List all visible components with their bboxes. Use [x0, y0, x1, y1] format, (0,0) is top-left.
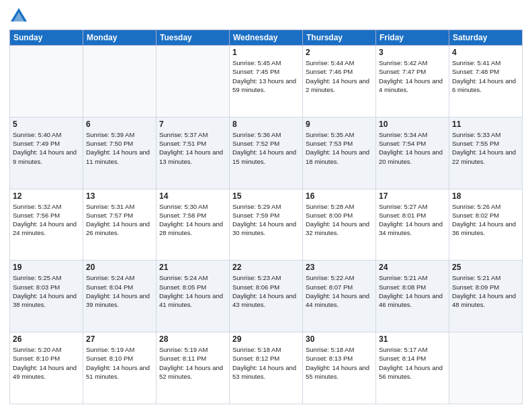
day-number: 16 [306, 191, 373, 201]
calendar-cell [10, 46, 83, 118]
day-number: 13 [86, 191, 153, 201]
day-info: Sunrise: 5:28 AM Sunset: 8:00 PM Dayligh… [306, 202, 373, 238]
day-number: 4 [452, 48, 519, 57]
day-number: 20 [86, 263, 153, 272]
day-number: 6 [86, 120, 153, 129]
day-info: Sunrise: 5:45 AM Sunset: 7:45 PM Dayligh… [232, 58, 300, 94]
day-number: 26 [13, 334, 80, 344]
calendar-cell: 14Sunrise: 5:30 AM Sunset: 7:58 PM Dayli… [157, 189, 230, 261]
day-number: 3 [379, 48, 446, 57]
calendar-cell: 3Sunrise: 5:42 AM Sunset: 7:47 PM Daylig… [376, 46, 449, 118]
day-number: 31 [379, 334, 446, 344]
calendar-cell: 20Sunrise: 5:24 AM Sunset: 8:04 PM Dayli… [83, 261, 157, 332]
day-number: 30 [306, 334, 373, 344]
logo-icon [9, 7, 28, 26]
calendar-header-friday: Friday [376, 30, 449, 46]
calendar-cell: 15Sunrise: 5:29 AM Sunset: 7:59 PM Dayli… [230, 189, 303, 261]
day-info: Sunrise: 5:40 AM Sunset: 7:49 PM Dayligh… [13, 130, 80, 166]
calendar-week-row: 12Sunrise: 5:32 AM Sunset: 7:56 PM Dayli… [10, 189, 523, 261]
calendar-cell: 26Sunrise: 5:20 AM Sunset: 8:10 PM Dayli… [10, 332, 83, 404]
day-info: Sunrise: 5:23 AM Sunset: 8:06 PM Dayligh… [232, 273, 300, 309]
day-info: Sunrise: 5:17 AM Sunset: 8:14 PM Dayligh… [379, 345, 446, 381]
day-info: Sunrise: 5:36 AM Sunset: 7:52 PM Dayligh… [232, 130, 300, 166]
day-number: 1 [232, 48, 300, 57]
calendar-week-row: 26Sunrise: 5:20 AM Sunset: 8:10 PM Dayli… [10, 332, 523, 404]
day-info: Sunrise: 5:42 AM Sunset: 7:47 PM Dayligh… [379, 58, 446, 94]
day-number: 5 [13, 120, 80, 129]
calendar-cell: 6Sunrise: 5:39 AM Sunset: 7:50 PM Daylig… [83, 117, 157, 189]
day-info: Sunrise: 5:39 AM Sunset: 7:50 PM Dayligh… [86, 130, 153, 166]
calendar-header-thursday: Thursday [303, 30, 376, 46]
calendar-cell: 4Sunrise: 5:41 AM Sunset: 7:48 PM Daylig… [449, 46, 523, 118]
calendar-week-row: 19Sunrise: 5:25 AM Sunset: 8:03 PM Dayli… [10, 261, 523, 332]
calendar-header-wednesday: Wednesday [230, 30, 303, 46]
day-info: Sunrise: 5:19 AM Sunset: 8:11 PM Dayligh… [159, 345, 226, 381]
calendar-cell: 29Sunrise: 5:18 AM Sunset: 8:12 PM Dayli… [230, 332, 303, 404]
day-number: 9 [306, 120, 373, 129]
day-number: 19 [13, 263, 80, 272]
day-number: 8 [232, 120, 300, 129]
day-info: Sunrise: 5:21 AM Sunset: 8:08 PM Dayligh… [379, 273, 446, 309]
calendar-cell: 18Sunrise: 5:26 AM Sunset: 8:02 PM Dayli… [449, 189, 523, 261]
day-info: Sunrise: 5:25 AM Sunset: 8:03 PM Dayligh… [13, 273, 80, 309]
calendar-table: SundayMondayTuesdayWednesdayThursdayFrid… [9, 30, 523, 404]
calendar-cell: 25Sunrise: 5:21 AM Sunset: 8:09 PM Dayli… [449, 261, 523, 332]
calendar-week-row: 1Sunrise: 5:45 AM Sunset: 7:45 PM Daylig… [10, 46, 523, 118]
day-info: Sunrise: 5:18 AM Sunset: 8:13 PM Dayligh… [306, 345, 373, 381]
logo [9, 7, 31, 26]
page: SundayMondayTuesdayWednesdayThursdayFrid… [0, 0, 532, 411]
calendar-cell: 12Sunrise: 5:32 AM Sunset: 7:56 PM Dayli… [10, 189, 83, 261]
calendar-cell: 2Sunrise: 5:44 AM Sunset: 7:46 PM Daylig… [303, 46, 376, 118]
calendar-cell: 30Sunrise: 5:18 AM Sunset: 8:13 PM Dayli… [303, 332, 376, 404]
day-info: Sunrise: 5:41 AM Sunset: 7:48 PM Dayligh… [452, 58, 519, 94]
day-info: Sunrise: 5:44 AM Sunset: 7:46 PM Dayligh… [306, 58, 373, 94]
day-number: 11 [452, 120, 519, 129]
day-number: 7 [159, 120, 226, 129]
calendar-cell: 22Sunrise: 5:23 AM Sunset: 8:06 PM Dayli… [230, 261, 303, 332]
calendar-cell: 24Sunrise: 5:21 AM Sunset: 8:08 PM Dayli… [376, 261, 449, 332]
calendar-cell: 27Sunrise: 5:19 AM Sunset: 8:10 PM Dayli… [83, 332, 157, 404]
day-info: Sunrise: 5:37 AM Sunset: 7:51 PM Dayligh… [159, 130, 226, 166]
day-info: Sunrise: 5:21 AM Sunset: 8:09 PM Dayligh… [452, 273, 519, 309]
calendar-cell: 7Sunrise: 5:37 AM Sunset: 7:51 PM Daylig… [157, 117, 230, 189]
day-info: Sunrise: 5:26 AM Sunset: 8:02 PM Dayligh… [452, 202, 519, 238]
day-info: Sunrise: 5:29 AM Sunset: 7:59 PM Dayligh… [232, 202, 300, 238]
calendar-cell: 5Sunrise: 5:40 AM Sunset: 7:49 PM Daylig… [10, 117, 83, 189]
calendar-cell: 28Sunrise: 5:19 AM Sunset: 8:11 PM Dayli… [157, 332, 230, 404]
day-number: 24 [379, 263, 446, 272]
day-info: Sunrise: 5:31 AM Sunset: 7:57 PM Dayligh… [86, 202, 153, 238]
calendar-cell [449, 332, 523, 404]
calendar-cell: 10Sunrise: 5:34 AM Sunset: 7:54 PM Dayli… [376, 117, 449, 189]
day-info: Sunrise: 5:30 AM Sunset: 7:58 PM Dayligh… [159, 202, 226, 238]
calendar-header-row: SundayMondayTuesdayWednesdayThursdayFrid… [10, 30, 523, 46]
day-info: Sunrise: 5:19 AM Sunset: 8:10 PM Dayligh… [86, 345, 153, 381]
day-number: 15 [232, 191, 300, 201]
day-info: Sunrise: 5:18 AM Sunset: 8:12 PM Dayligh… [232, 345, 300, 381]
day-number: 18 [452, 191, 519, 201]
day-number: 22 [232, 263, 300, 272]
calendar-cell: 11Sunrise: 5:33 AM Sunset: 7:55 PM Dayli… [449, 117, 523, 189]
day-number: 14 [159, 191, 226, 201]
day-info: Sunrise: 5:32 AM Sunset: 7:56 PM Dayligh… [13, 202, 80, 238]
day-info: Sunrise: 5:27 AM Sunset: 8:01 PM Dayligh… [379, 202, 446, 238]
day-number: 12 [13, 191, 80, 201]
day-number: 2 [306, 48, 373, 57]
day-info: Sunrise: 5:24 AM Sunset: 8:05 PM Dayligh… [159, 273, 226, 309]
day-number: 25 [452, 263, 519, 272]
calendar-cell: 16Sunrise: 5:28 AM Sunset: 8:00 PM Dayli… [303, 189, 376, 261]
day-number: 21 [159, 263, 226, 272]
calendar-header-tuesday: Tuesday [157, 30, 230, 46]
day-number: 10 [379, 120, 446, 129]
calendar-cell: 17Sunrise: 5:27 AM Sunset: 8:01 PM Dayli… [376, 189, 449, 261]
day-info: Sunrise: 5:33 AM Sunset: 7:55 PM Dayligh… [452, 130, 519, 166]
calendar-header-monday: Monday [83, 30, 157, 46]
calendar-cell: 21Sunrise: 5:24 AM Sunset: 8:05 PM Dayli… [157, 261, 230, 332]
calendar-cell: 19Sunrise: 5:25 AM Sunset: 8:03 PM Dayli… [10, 261, 83, 332]
calendar-cell: 31Sunrise: 5:17 AM Sunset: 8:14 PM Dayli… [376, 332, 449, 404]
day-info: Sunrise: 5:22 AM Sunset: 8:07 PM Dayligh… [306, 273, 373, 309]
calendar-cell [83, 46, 157, 118]
day-number: 23 [306, 263, 373, 272]
day-info: Sunrise: 5:34 AM Sunset: 7:54 PM Dayligh… [379, 130, 446, 166]
calendar-week-row: 5Sunrise: 5:40 AM Sunset: 7:49 PM Daylig… [10, 117, 523, 189]
day-info: Sunrise: 5:35 AM Sunset: 7:53 PM Dayligh… [306, 130, 373, 166]
